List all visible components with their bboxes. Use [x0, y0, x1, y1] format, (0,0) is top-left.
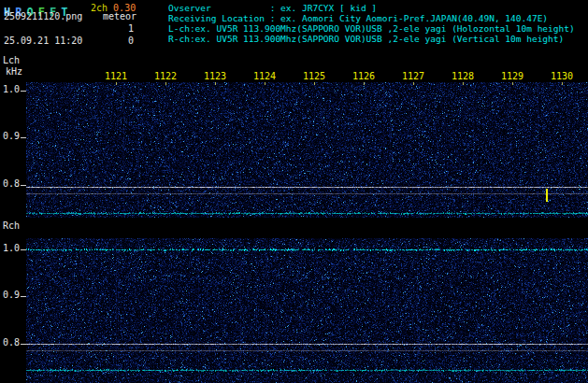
time-label-1128: 1128	[452, 72, 474, 81]
freq-label-rch-0.9: 0.9	[3, 291, 20, 300]
time-label-1129: 1129	[501, 72, 523, 81]
meteor-count-rch: 0	[112, 36, 150, 46]
khz-unit-label: kHz	[6, 67, 22, 77]
meteor-label: meteor	[103, 12, 136, 21]
channel-label-lch: Lch	[3, 56, 20, 65]
lch-config-line: L-ch:ex. UV5R 113.900Mhz(SAPPORO VOR)USB…	[168, 23, 575, 34]
time-label-1126: 1126	[352, 72, 375, 81]
time-label-1127: 1127	[402, 72, 424, 81]
time-label-1124: 1124	[253, 72, 276, 81]
freq-label-lch-0.8: 0.8	[3, 179, 20, 189]
meteor-count-lch: 1	[112, 24, 150, 34]
time-label-1121: 1121	[105, 72, 127, 81]
time-label-1122: 1122	[154, 72, 177, 81]
time-label-1125: 1125	[303, 72, 325, 81]
freq-label-rch-1.0: 1.0	[3, 244, 20, 253]
time-label-1123: 1123	[204, 72, 226, 81]
rch-spectrogram	[26, 238, 588, 383]
rch-config-line: R-ch:ex. UV5R 113.900Mhz(SAPPORO VOR)USB…	[168, 34, 575, 44]
freq-label-lch-1.0: 1.0	[3, 85, 20, 94]
freq-label-lch-0.9: 0.9	[3, 132, 20, 141]
hrofft-window: HROFFT 2ch 0.30 2509211120.png meteor 1 …	[0, 0, 588, 383]
station-info: Ovserver : ex. JR7CYX [ kid ] Receiving …	[168, 3, 575, 44]
timestamp: 25.09.21 11:20	[4, 36, 82, 46]
location-line: Receiving Location : ex. Aomori City Aom…	[168, 13, 575, 23]
lch-spectrogram	[26, 82, 588, 218]
observer-line: Ovserver : ex. JR7CYX [ kid ]	[168, 3, 575, 13]
freq-label-rch-0.8: 0.8	[3, 338, 20, 348]
channel-label-rch: Rch	[3, 221, 20, 231]
output-filename: 2509211120.png	[4, 12, 82, 21]
time-label-1130: 1130	[551, 72, 573, 81]
